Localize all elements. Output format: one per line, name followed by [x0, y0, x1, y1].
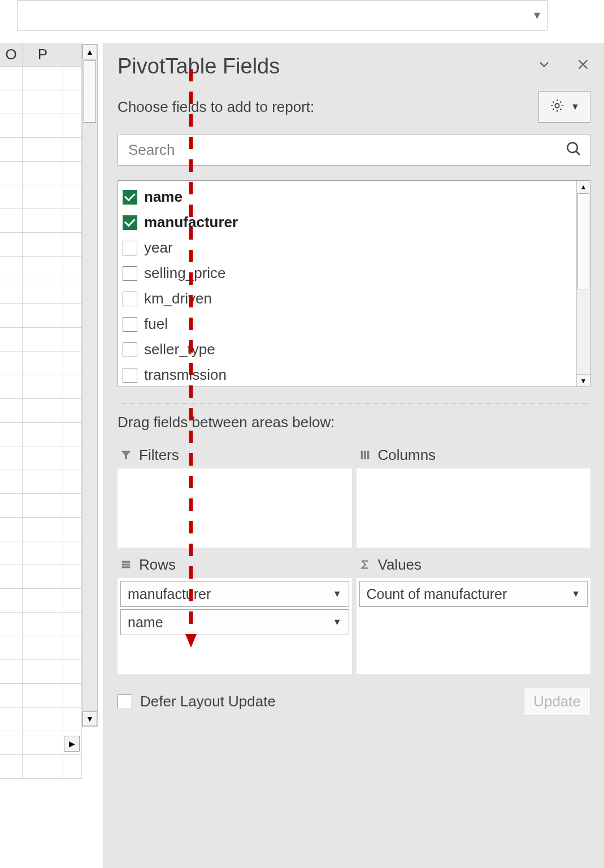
cell[interactable] [63, 114, 82, 138]
cell[interactable] [63, 209, 82, 233]
cell[interactable] [23, 518, 63, 541]
cell[interactable] [23, 565, 63, 589]
sheet-row[interactable] [0, 90, 82, 114]
cell[interactable] [63, 257, 82, 280]
cell[interactable] [63, 304, 82, 328]
filters-area[interactable]: Filters [118, 441, 352, 548]
cell[interactable] [0, 541, 23, 565]
formula-bar[interactable]: ▾ [17, 0, 547, 31]
cell[interactable] [63, 423, 82, 446]
field-item-manufacturer[interactable]: manufacturer [123, 210, 576, 235]
scroll-down-icon[interactable]: ▼ [82, 711, 97, 726]
sheet-row[interactable] [0, 114, 82, 138]
cell[interactable] [0, 423, 23, 446]
cell[interactable] [0, 518, 23, 541]
cell[interactable] [0, 708, 23, 731]
cell[interactable] [63, 446, 82, 470]
cell[interactable] [23, 162, 63, 185]
sheet-row[interactable] [0, 328, 82, 351]
scroll-down-icon[interactable]: ▼ [577, 374, 590, 387]
cell[interactable] [23, 684, 63, 708]
field-checkbox[interactable] [123, 215, 137, 230]
caret-down-icon[interactable]: ▼ [333, 589, 342, 599]
cell[interactable] [63, 328, 82, 351]
cell[interactable] [63, 518, 82, 541]
sheet-row[interactable] [0, 565, 82, 589]
rows-pill[interactable]: name▼ [120, 609, 349, 635]
columns-dropzone[interactable] [357, 468, 591, 548]
caret-down-icon[interactable]: ▼ [333, 617, 342, 627]
sheet-row[interactable] [0, 257, 82, 280]
field-checkbox[interactable] [123, 317, 137, 332]
cell[interactable] [0, 494, 23, 518]
cell[interactable] [63, 280, 82, 304]
pane-close-icon[interactable] [576, 57, 590, 76]
search-icon[interactable] [565, 140, 582, 159]
scroll-right-icon[interactable]: ▶ [64, 736, 80, 752]
sheet-row[interactable] [0, 423, 82, 446]
cell[interactable] [23, 708, 63, 731]
field-item-name[interactable]: name [123, 184, 576, 210]
cell[interactable] [23, 755, 63, 779]
filters-dropzone[interactable] [118, 468, 352, 548]
cell[interactable] [0, 257, 23, 280]
update-button[interactable]: Update [524, 688, 590, 715]
cell[interactable] [23, 470, 63, 494]
formula-bar-expand-icon[interactable]: ▾ [534, 8, 540, 23]
field-item-selling_price[interactable]: selling_price [123, 261, 576, 286]
sheet-row[interactable] [0, 541, 82, 565]
cell[interactable] [0, 114, 23, 138]
cell[interactable] [63, 162, 82, 185]
cell[interactable] [23, 636, 63, 660]
cell[interactable] [23, 375, 63, 399]
cell[interactable] [0, 755, 23, 779]
cell[interactable] [0, 613, 23, 636]
cell[interactable] [23, 446, 63, 470]
cell[interactable] [23, 613, 63, 636]
sheet-row[interactable] [0, 375, 82, 399]
cell[interactable] [0, 565, 23, 589]
cell[interactable] [0, 280, 23, 304]
cell[interactable] [0, 233, 23, 257]
cell[interactable] [63, 90, 82, 114]
sheet-row[interactable] [0, 518, 82, 541]
sheet-row[interactable] [0, 280, 82, 304]
rows-dropzone[interactable]: manufacturer▼name▼ [118, 578, 352, 674]
field-item-seller_type[interactable]: seller_type [123, 337, 576, 362]
cell[interactable] [63, 494, 82, 518]
rows-area[interactable]: Rows manufacturer▼name▼ [118, 551, 352, 674]
cell[interactable] [0, 660, 23, 684]
cell[interactable] [63, 351, 82, 375]
cell[interactable] [23, 731, 63, 755]
cell[interactable] [63, 185, 82, 209]
rows-pill[interactable]: manufacturer▼ [120, 581, 349, 607]
cell[interactable] [23, 114, 63, 138]
sheet-row[interactable] [0, 138, 82, 162]
tools-menu-button[interactable]: ▼ [538, 91, 590, 123]
cell[interactable] [63, 755, 82, 779]
caret-down-icon[interactable]: ▼ [571, 589, 580, 599]
values-dropzone[interactable]: Count of manufacturer▼ [357, 578, 591, 674]
sheet-row[interactable] [0, 613, 82, 636]
cell[interactable] [23, 138, 63, 162]
cell[interactable] [63, 67, 82, 90]
cell[interactable] [0, 399, 23, 423]
cell[interactable] [23, 257, 63, 280]
cell[interactable] [63, 613, 82, 636]
cell[interactable] [23, 494, 63, 518]
sheet-row[interactable] [0, 162, 82, 185]
sheet-row[interactable] [0, 446, 82, 470]
search-input[interactable] [118, 134, 590, 165]
cell[interactable] [63, 684, 82, 708]
cell[interactable] [23, 90, 63, 114]
cell[interactable] [0, 138, 23, 162]
cell[interactable] [23, 589, 63, 613]
cell[interactable] [0, 328, 23, 351]
field-checkbox[interactable] [123, 292, 137, 306]
columns-area[interactable]: Columns [357, 441, 591, 548]
cell[interactable] [63, 541, 82, 565]
cell[interactable] [0, 470, 23, 494]
column-header-next[interactable] [63, 43, 82, 67]
cell[interactable] [63, 470, 82, 494]
field-item-year[interactable]: year [123, 235, 576, 261]
